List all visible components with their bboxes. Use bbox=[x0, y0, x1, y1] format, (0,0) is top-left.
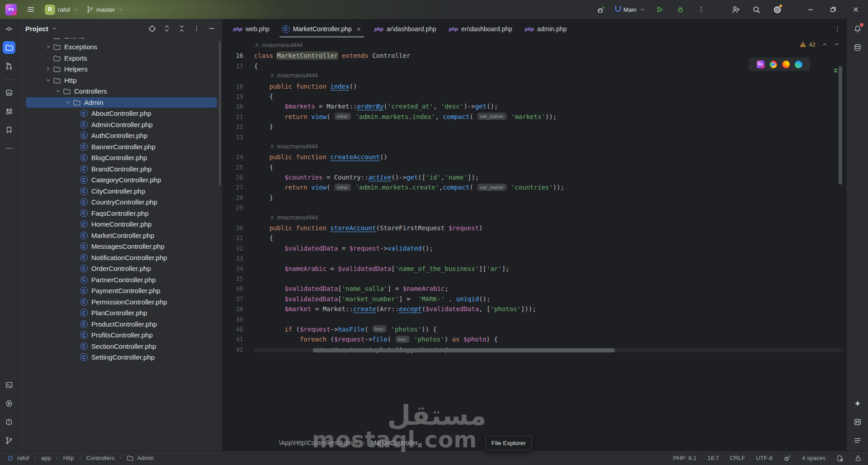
php-version-widget[interactable]: PHP: 8.1 bbox=[673, 455, 697, 461]
tab-close-icon[interactable] bbox=[356, 26, 362, 32]
m-plugin-button[interactable] bbox=[851, 416, 864, 428]
minimize-button[interactable] bbox=[803, 3, 818, 16]
tree-chevron-right[interactable] bbox=[43, 38, 52, 39]
structure-tool-button[interactable] bbox=[3, 86, 15, 99]
tab-admin-php[interactable]: phpadmin.php bbox=[519, 19, 573, 39]
line-number[interactable]: 29 bbox=[222, 203, 254, 213]
tree-item-admincontroller-php[interactable]: CAdminController.php bbox=[18, 119, 222, 130]
database-tool-button[interactable] bbox=[851, 41, 864, 54]
tree-chevron-down[interactable] bbox=[63, 99, 72, 106]
tree-item-partnercontroller-php[interactable]: CPartnerController.php bbox=[18, 274, 222, 285]
chrome-browser-icon[interactable] bbox=[769, 61, 777, 68]
line-number[interactable]: 17 bbox=[222, 61, 254, 71]
bookmarks-tool-button[interactable] bbox=[3, 123, 15, 136]
run-config-widget[interactable]: Main bbox=[615, 6, 646, 13]
line-number[interactable]: 26 bbox=[222, 172, 254, 182]
file-properties-button[interactable] bbox=[836, 455, 844, 462]
tab-marketcontroller-php[interactable]: CMarketController.php bbox=[276, 19, 368, 39]
phpstorm-browser-icon[interactable]: PS bbox=[757, 61, 764, 68]
tree-item-profitscontroller-php[interactable]: CProfitsController.php bbox=[18, 330, 222, 341]
tree-item-admin[interactable]: Admin bbox=[18, 97, 222, 108]
line-number[interactable]: 39 bbox=[222, 314, 254, 324]
tree-item-blogcontroller-php[interactable]: CBlogController.php bbox=[18, 152, 222, 164]
branch-widget[interactable]: master bbox=[86, 6, 124, 13]
blame-annotation[interactable]: moazmarouf444 bbox=[269, 143, 318, 150]
tree-item-homecontroller-php[interactable]: CHomeController.php bbox=[18, 219, 222, 230]
tree-item-bannercontroller-php[interactable]: CBannerController.php bbox=[18, 141, 222, 152]
problems-tool-button[interactable] bbox=[3, 416, 15, 428]
line-number[interactable]: 25 bbox=[222, 162, 254, 172]
tab-list-button[interactable] bbox=[831, 23, 844, 35]
tree-item-productcontroller-php[interactable]: CProductController.php bbox=[18, 318, 222, 330]
line-number[interactable]: 31 bbox=[222, 233, 254, 243]
caret-position-widget[interactable]: 16:7 bbox=[708, 455, 719, 461]
collapse-all-button[interactable] bbox=[176, 23, 188, 34]
line-number[interactable]: 24 bbox=[222, 152, 254, 162]
line-number[interactable]: 30 bbox=[222, 223, 254, 233]
line-number[interactable]: 20 bbox=[222, 101, 254, 111]
tree-item-ordercontroller-php[interactable]: COrderController.php bbox=[18, 263, 222, 275]
tree-item-notificationcontroller-php[interactable]: CNotificationController.php bbox=[18, 252, 222, 263]
commit-tool-button[interactable] bbox=[3, 23, 15, 35]
close-button[interactable] bbox=[848, 3, 863, 16]
profiler-button[interactable] bbox=[594, 3, 608, 16]
edge-browser-icon[interactable] bbox=[795, 61, 802, 68]
tree-item-http[interactable]: Http bbox=[18, 75, 222, 86]
blame-annotation[interactable]: moazmarouf444 bbox=[254, 42, 302, 48]
write-access-button[interactable] bbox=[854, 455, 862, 462]
line-number[interactable]: 27 bbox=[222, 182, 254, 192]
line-number[interactable]: 16 bbox=[222, 51, 254, 61]
more-tools-button[interactable] bbox=[3, 142, 15, 155]
services-tool-button[interactable] bbox=[3, 105, 15, 118]
tree-item-permissioncontroller-php[interactable]: CPermissionController.php bbox=[18, 296, 222, 308]
indent-widget[interactable]: 4 spaces bbox=[802, 455, 826, 461]
line-number[interactable]: 21 bbox=[222, 112, 254, 122]
editor-horizontal-scrollbar[interactable] bbox=[313, 348, 615, 352]
line-number[interactable]: 33 bbox=[222, 253, 254, 263]
line-number[interactable]: 35 bbox=[222, 274, 254, 284]
hide-panel-button[interactable] bbox=[206, 23, 217, 34]
blame-annotation[interactable]: moazmarouf444 bbox=[269, 72, 318, 79]
line-separator-widget[interactable]: CRLF bbox=[730, 455, 745, 461]
main-menu-button[interactable] bbox=[24, 3, 38, 16]
line-number[interactable]: 37 bbox=[222, 294, 254, 304]
profiler-status-button[interactable] bbox=[783, 454, 791, 462]
debug-button[interactable] bbox=[674, 3, 687, 16]
line-number[interactable]: 34 bbox=[222, 264, 254, 274]
tree-item-brandcontroller-php[interactable]: CBrandController.php bbox=[18, 163, 222, 175]
line-number[interactable]: 40 bbox=[222, 324, 254, 334]
line-number[interactable]: 41 bbox=[222, 334, 254, 344]
firefox-browser-icon[interactable] bbox=[782, 61, 790, 68]
settings-button[interactable] bbox=[770, 3, 784, 16]
line-number[interactable]: 38 bbox=[222, 304, 254, 314]
previous-problem-icon[interactable] bbox=[821, 41, 828, 47]
line-number[interactable]: 32 bbox=[222, 243, 254, 253]
pull-requests-tool-button[interactable] bbox=[3, 60, 15, 72]
line-number[interactable]: 18 bbox=[222, 81, 254, 91]
tree-item-exports[interactable]: Exports bbox=[18, 52, 222, 64]
inspections-widget[interactable]: 42 bbox=[799, 40, 840, 49]
tab-web-php[interactable]: phpweb.php bbox=[227, 19, 276, 39]
code-editor[interactable]: moazmarouf44416class MarketController ex… bbox=[222, 39, 846, 435]
status-root[interactable]: rafof bbox=[17, 455, 29, 461]
line-number[interactable]: 22 bbox=[222, 122, 254, 132]
line-number[interactable]: 19 bbox=[222, 91, 254, 101]
tree-item-categorycontroller-php[interactable]: CCategoryController.php bbox=[18, 175, 222, 186]
tree-item-events[interactable]: Events bbox=[18, 38, 222, 42]
run-tool-button[interactable] bbox=[3, 397, 15, 410]
tree-item-messagescontroller-php[interactable]: CMessagesController.php bbox=[18, 241, 222, 252]
tree-item-marketcontroller-php[interactable]: CMarketController.php bbox=[18, 230, 222, 241]
restore-button[interactable] bbox=[826, 3, 841, 16]
project-tree-scrollbar[interactable] bbox=[219, 41, 221, 185]
breadcrumb-path[interactable]: \App\Http\Controllers\Admin bbox=[279, 439, 358, 446]
status-crumb[interactable]: Http bbox=[63, 455, 74, 461]
run-button[interactable] bbox=[653, 3, 666, 16]
tab-ar-dashboard-php[interactable]: phpar\dashboard.php bbox=[368, 19, 443, 39]
encoding-widget[interactable]: UTF-8 bbox=[756, 455, 773, 461]
blame-annotation[interactable]: moazmarouf444 bbox=[269, 214, 318, 221]
tree-item-plancontroller-php[interactable]: CPlanController.php bbox=[18, 308, 222, 319]
line-number[interactable]: 42 bbox=[222, 345, 254, 355]
tree-item-paymentcontroller-php[interactable]: CPaymentController.php bbox=[18, 285, 222, 297]
status-crumb[interactable]: Controllers bbox=[86, 455, 115, 461]
more-actions-button[interactable] bbox=[694, 3, 708, 16]
